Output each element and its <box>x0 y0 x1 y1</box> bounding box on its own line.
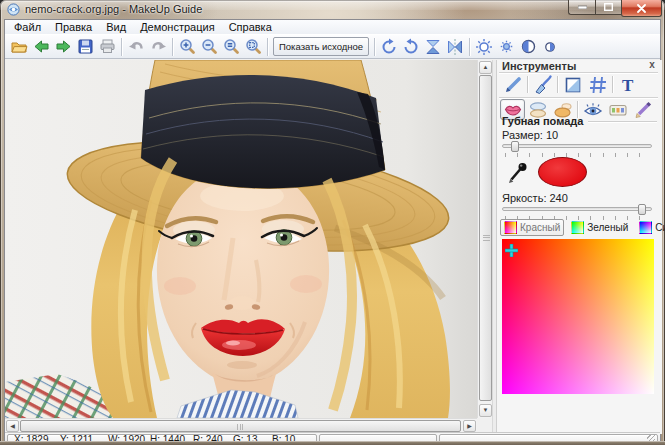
horizontal-scroll-thumb[interactable] <box>20 420 461 432</box>
scroll-up-icon[interactable]: ▲ <box>479 61 492 74</box>
window-bottom-border <box>0 441 665 445</box>
tool-text[interactable]: T <box>615 74 640 95</box>
vertical-scrollbar[interactable]: ▲ ▼ <box>477 60 492 418</box>
close-button[interactable] <box>621 0 662 17</box>
minimize-button[interactable] <box>568 0 595 15</box>
menu-view[interactable]: Вид <box>99 20 133 34</box>
brightness-small-icon <box>500 40 513 53</box>
divider <box>527 76 528 93</box>
size-label: Размер: 10 <box>502 129 558 141</box>
caption-buttons <box>568 0 662 17</box>
green-gradient-swatch <box>571 221 584 234</box>
brightness-slider[interactable] <box>502 204 652 213</box>
pen-icon <box>503 75 523 95</box>
tool-grid[interactable] <box>585 74 610 95</box>
vertical-scroll-thumb[interactable] <box>479 75 492 401</box>
slider-track[interactable] <box>502 207 652 211</box>
contrast-small-button[interactable] <box>539 36 561 58</box>
open-button[interactable] <box>8 36 30 58</box>
zoom-fit-button[interactable] <box>242 36 264 58</box>
back-button[interactable] <box>30 36 52 58</box>
toolbar-separator <box>121 38 122 56</box>
color-gradient-picker[interactable] <box>502 239 654 394</box>
svg-text:T: T <box>622 76 634 95</box>
menu-help[interactable]: Справка <box>222 20 279 34</box>
thumb-grip <box>483 235 490 241</box>
color-tab-label: Красный <box>520 222 560 233</box>
thumb-grip <box>237 424 245 430</box>
menubar: Файл Правка Вид Демонстрация Справка <box>5 20 660 34</box>
red-gradient-swatch <box>504 221 517 234</box>
undo-button[interactable] <box>125 36 147 58</box>
app-window: nemo-crack.org.jpg - MakeUp Guide Файл П… <box>0 0 665 445</box>
menu-edit[interactable]: Правка <box>48 20 99 34</box>
back-arrow-icon <box>33 38 50 55</box>
color-tab-red[interactable]: Красный <box>500 219 564 236</box>
zoom-actual-icon <box>223 38 240 55</box>
scroll-left-icon[interactable]: ◀ <box>6 420 19 432</box>
maximize-button[interactable] <box>595 0 621 15</box>
titlebar[interactable]: nemo-crack.org.jpg - MakeUp Guide <box>0 0 665 19</box>
color-tab-green[interactable]: Зеленый <box>567 219 632 236</box>
rotate-ccw-button[interactable] <box>400 36 422 58</box>
client-area: Файл Правка Вид Демонстрация Справка <box>4 19 661 441</box>
brightness-button[interactable] <box>473 36 495 58</box>
forward-button[interactable] <box>52 36 74 58</box>
brush-icon <box>533 75 553 95</box>
forward-arrow-icon <box>55 38 72 55</box>
horizontal-scrollbar[interactable]: ◀ ▶ <box>5 418 477 432</box>
zoom-actual-button[interactable] <box>220 36 242 58</box>
flip-horizontal-button[interactable] <box>444 36 466 58</box>
size-slider[interactable] <box>502 141 652 150</box>
save-button[interactable] <box>74 36 96 58</box>
color-tab-blue[interactable]: Синий <box>635 219 665 236</box>
close-icon <box>637 4 646 13</box>
zoom-fit-icon <box>245 38 262 55</box>
rotate-cw-button[interactable] <box>378 36 400 58</box>
photo-woman-in-straw-hat <box>5 60 477 418</box>
open-folder-icon <box>11 38 28 55</box>
picker-crosshair-icon[interactable] <box>505 244 518 257</box>
tool-crop[interactable] <box>560 74 585 95</box>
menu-demonstration[interactable]: Демонстрация <box>133 20 222 34</box>
divider <box>557 76 558 93</box>
rotate-ccw-icon <box>402 38 420 56</box>
brightness-slider-thumb[interactable] <box>638 204 646 215</box>
size-slider-thumb[interactable] <box>511 141 519 152</box>
undo-icon <box>128 38 145 55</box>
maximize-icon <box>604 3 613 11</box>
divider <box>588 121 657 122</box>
text-icon: T <box>618 75 638 95</box>
window-title: nemo-crack.org.jpg - MakeUp Guide <box>25 3 202 15</box>
menu-file[interactable]: Файл <box>7 20 48 34</box>
contrast-small-icon <box>544 41 556 53</box>
color-preview-row <box>502 156 654 188</box>
flip-vertical-button[interactable] <box>422 36 444 58</box>
tools-row-1: T <box>500 74 640 95</box>
brightness-small-button[interactable] <box>495 36 517 58</box>
show-original-button[interactable]: Показать исходное <box>273 37 369 56</box>
contrast-button[interactable] <box>517 36 539 58</box>
contrast-circle-icon <box>520 38 537 55</box>
zoom-in-button[interactable] <box>176 36 198 58</box>
redo-button[interactable] <box>147 36 169 58</box>
zoom-out-button[interactable] <box>198 36 220 58</box>
save-floppy-icon <box>77 38 94 55</box>
toolbar-separator <box>172 38 173 56</box>
tool-pen[interactable] <box>500 74 525 95</box>
selected-color-preview <box>538 157 587 187</box>
image-canvas[interactable] <box>5 60 477 418</box>
panel-title: Инструменты <box>502 60 576 72</box>
print-button[interactable] <box>96 36 118 58</box>
toolbar-separator <box>469 38 470 56</box>
slider-track[interactable] <box>502 144 652 148</box>
printer-icon <box>99 38 116 55</box>
tools-panel: Инструменты x <box>497 60 662 434</box>
eyedropper-button[interactable] <box>506 159 530 185</box>
scroll-right-icon[interactable]: ▶ <box>463 420 476 432</box>
scroll-down-icon[interactable]: ▼ <box>479 404 492 417</box>
redo-icon <box>150 38 167 55</box>
tool-brush[interactable] <box>530 74 555 95</box>
panel-close-button[interactable]: x <box>647 60 657 71</box>
divider <box>499 97 658 98</box>
